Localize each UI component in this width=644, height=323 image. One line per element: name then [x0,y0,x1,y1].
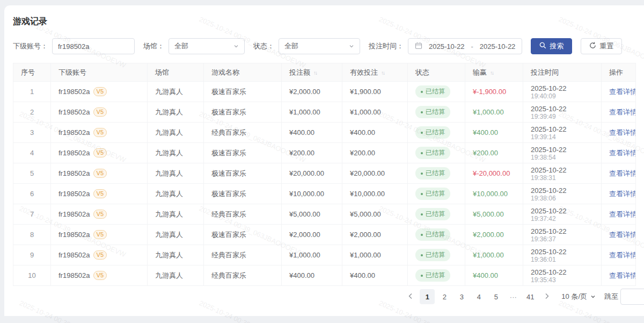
search-icon [539,42,546,51]
vip-level-badge: V5 [93,250,107,260]
page-title: 游戏记录 [13,16,644,27]
cell-account: fr198502aV5 [51,102,148,123]
pagination-page-button[interactable]: 5 [488,289,503,304]
cell-status: 已结算 [408,123,465,143]
cell-action: 查看详情 [602,143,636,163]
view-details-link[interactable]: 查看详情 [609,251,636,259]
cell-win-loss: ¥1,000.00 [465,245,523,265]
cell-game: 极速百家乐 [204,163,282,184]
row-index: 9 [30,251,34,259]
status-dot-icon [421,91,423,93]
sort-icon[interactable]: ↑↓ [381,70,384,76]
view-details-link[interactable]: 查看详情 [609,231,636,239]
cell-game: 极速百家乐 [204,225,282,245]
page-size-select[interactable]: 10 条/页 [561,292,596,302]
view-details-link[interactable]: 查看详情 [609,271,636,279]
view-details-link[interactable]: 查看详情 [609,169,636,177]
status-dot-icon [421,275,423,277]
game-records-table: 序号下级账号场馆游戏名称投注额↑↓有效投注↑↓状态输赢↑↓投注时间操作 1fr1… [13,63,636,286]
view-details-link[interactable]: 查看详情 [609,128,636,137]
cell-valid-bet: ¥20,000.00 [342,163,408,184]
column-header: 状态 [408,63,465,82]
row-index: 5 [30,169,34,177]
cell-game: 极速百家乐 [204,82,282,102]
status-text: 已结算 [426,189,445,198]
view-details-link[interactable]: 查看详情 [609,210,636,218]
cell-index: 1 [13,82,51,102]
cell-index: 2 [13,102,51,123]
pagination-page-button[interactable]: 4 [471,289,486,304]
reset-button-label: 重置 [599,41,613,51]
view-details-link[interactable]: 查看详情 [609,190,636,198]
venue-select[interactable]: 全部 [169,38,245,54]
table-header-row: 序号下级账号场馆游戏名称投注额↑↓有效投注↑↓状态输赢↑↓投注时间操作 [13,63,636,82]
bet-amount: ¥400.00 [289,128,314,137]
pagination-page-button[interactable]: 2 [437,289,452,304]
status-dot-icon [421,132,423,134]
cell-game: 经典百家乐 [204,265,282,286]
win-loss-value: ¥200.00 [473,149,498,157]
valid-bet: ¥400.00 [350,128,375,137]
table-row: 2fr198502aV5九游真人极速百家乐¥1,000.00¥1,000.00已… [13,102,636,123]
pagination-next-button[interactable] [540,289,554,304]
refresh-icon [589,42,596,51]
status-select[interactable]: 全部 [279,38,360,54]
date-end-value[interactable]: 2025-10-22 [480,42,516,51]
view-details-link[interactable]: 查看详情 [609,108,636,116]
status-badge: 已结算 [415,188,450,200]
bet-date: 2025-10-22 [531,207,594,215]
valid-bet: ¥10,000.00 [350,190,385,198]
cell-valid-bet: ¥5,000.00 [342,204,408,225]
vip-level-badge: V5 [93,230,107,239]
cell-status: 已结算 [408,102,465,123]
table-row: 6fr198502aV5九游真人极速百家乐¥10,000.00¥10,000.0… [13,184,636,204]
bet-time: 19:36:37 [531,235,594,243]
reset-button[interactable]: 重置 [581,38,622,54]
cell-index: 8 [13,225,51,245]
pagination-page-button[interactable]: 3 [454,289,469,304]
bet-time: 19:39:14 [531,133,594,141]
status-text: 已结算 [426,250,445,260]
status-text: 已结算 [426,210,445,219]
view-details-link[interactable]: 查看详情 [609,149,636,157]
column-header-label: 有效投注 [350,68,378,76]
cell-win-loss: ¥200.00 [465,143,523,163]
vip-level-badge: V5 [93,169,107,178]
status-text: 已结算 [426,107,445,117]
date-start-value[interactable]: 2025-10-22 [429,42,465,51]
cell-account: fr198502aV5 [51,82,148,102]
account-name: fr198502a [58,149,90,157]
sort-icon[interactable]: ↑↓ [313,70,317,76]
pagination-prev-button[interactable] [404,289,418,304]
cell-bet-amount: ¥2,000.00 [282,82,342,102]
status-text: 已结算 [426,87,445,96]
bet-amount: ¥400.00 [289,271,314,279]
bet-date: 2025-10-22 [531,105,594,113]
vip-level-badge: V5 [93,271,107,280]
account-name: fr198502a [58,190,90,198]
account-input[interactable] [52,38,135,54]
row-index: 4 [30,149,34,157]
bet-date: 2025-10-22 [531,166,594,174]
pagination-page-button[interactable]: 1 [420,289,435,304]
search-button[interactable]: 搜索 [531,38,572,54]
row-index: 6 [30,190,34,198]
bet-amount: ¥5,000.00 [289,210,320,218]
cell-bet-time: 2025-10-2219:38:54 [523,143,602,163]
status-badge: 已结算 [415,228,450,241]
view-details-link[interactable]: 查看详情 [609,88,636,96]
win-loss-value: ¥-1,900.00 [473,88,506,96]
cell-venue: 九游真人 [148,123,204,143]
date-range-picker[interactable]: 2025-10-22 - 2025-10-22 [408,38,522,54]
cell-valid-bet: ¥1,900.00 [342,82,408,102]
cell-bet-amount: ¥5,000.00 [282,204,342,225]
pagination-page-button[interactable]: 41 [523,289,538,304]
win-loss-value: ¥400.00 [473,128,498,137]
cell-account: fr198502aV5 [51,265,148,286]
cell-index: 5 [13,163,51,184]
venue-name: 九游真人 [155,231,183,239]
jump-page-input[interactable] [620,289,644,305]
chevron-right-icon [544,293,550,301]
sort-icon[interactable]: ↑↓ [490,70,493,76]
table-row: 5fr198502aV5九游真人极速百家乐¥20,000.00¥20,000.0… [13,163,636,184]
